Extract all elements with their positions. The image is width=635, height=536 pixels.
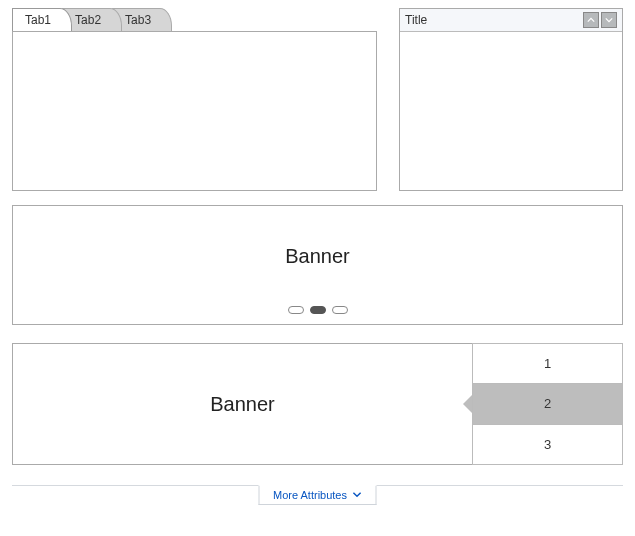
- tab-strip: Tab1 Tab2 Tab3: [12, 8, 377, 32]
- collapse-down-button[interactable]: [601, 12, 617, 28]
- page-dot-2[interactable]: [310, 306, 326, 314]
- page-tab-label: 3: [544, 437, 551, 452]
- carousel-numbered: Banner 1 2 3: [12, 343, 623, 465]
- page-tab-label: 1: [544, 356, 551, 371]
- tab-label: Tab1: [25, 13, 51, 27]
- footer-bar: More Attributes: [12, 485, 623, 513]
- tab-label: Tab2: [75, 13, 101, 27]
- side-panel: Title: [399, 8, 623, 191]
- tab-label: Tab3: [125, 13, 151, 27]
- panel-title: Title: [405, 13, 427, 27]
- carousel-dots: Banner: [12, 205, 623, 325]
- banner-text: Banner: [285, 245, 350, 268]
- tab-panel: Tab1 Tab2 Tab3: [12, 8, 377, 191]
- carousel-side-pager: 1 2 3: [472, 344, 622, 464]
- page-tab-2[interactable]: 2: [472, 383, 623, 424]
- collapse-up-button[interactable]: [583, 12, 599, 28]
- page-tab-3[interactable]: 3: [472, 424, 623, 465]
- banner-content: Banner: [13, 344, 472, 464]
- panel-header: Title: [400, 9, 622, 32]
- page-dot-3[interactable]: [332, 306, 348, 314]
- more-attributes-label: More Attributes: [273, 489, 347, 501]
- page-tab-1[interactable]: 1: [472, 343, 623, 384]
- tab-1[interactable]: Tab1: [12, 8, 72, 32]
- chevron-down-icon: [353, 489, 362, 501]
- panel-body: [400, 32, 622, 190]
- chevron-down-icon: [605, 13, 613, 27]
- banner-text: Banner: [210, 393, 275, 416]
- page-dot-1[interactable]: [288, 306, 304, 314]
- page-tab-label: 2: [544, 396, 551, 411]
- more-attributes-button[interactable]: More Attributes: [258, 485, 377, 505]
- chevron-up-icon: [587, 13, 595, 27]
- carousel-pager: [288, 306, 348, 314]
- tab-content: [12, 31, 377, 191]
